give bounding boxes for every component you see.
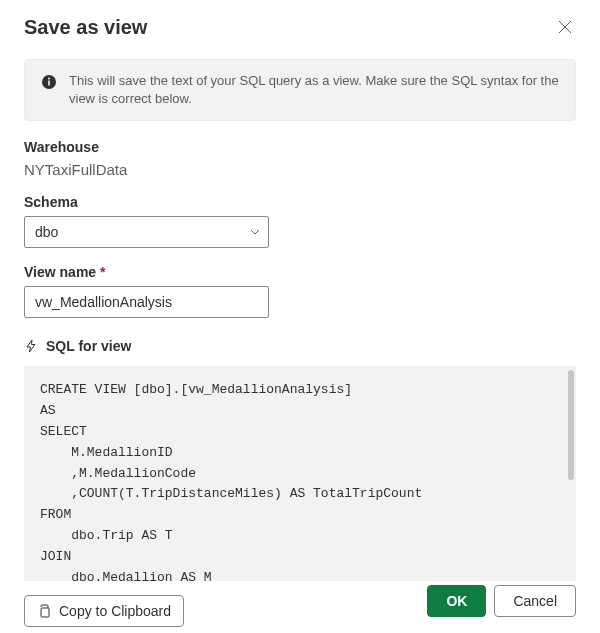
- info-message: This will save the text of your SQL quer…: [69, 72, 559, 108]
- svg-rect-3: [41, 608, 49, 617]
- sql-code-box[interactable]: CREATE VIEW [dbo].[vw_MedallionAnalysis]…: [24, 366, 576, 581]
- copy-to-clipboard-button[interactable]: Copy to Clipboard: [24, 595, 184, 627]
- close-button[interactable]: [554, 16, 576, 41]
- ok-button[interactable]: OK: [427, 585, 486, 617]
- warehouse-label: Warehouse: [24, 139, 576, 155]
- close-icon: [558, 20, 572, 34]
- flash-icon: [24, 339, 38, 353]
- sql-section-header: SQL for view: [24, 338, 576, 354]
- schema-field: Schema: [24, 194, 576, 248]
- copy-button-label: Copy to Clipboard: [59, 603, 171, 619]
- svg-point-2: [48, 78, 50, 80]
- view-name-label: View name *: [24, 264, 576, 280]
- required-indicator: *: [100, 264, 105, 280]
- schema-select[interactable]: [24, 216, 269, 248]
- warehouse-value: NYTaxiFullData: [24, 161, 576, 178]
- svg-rect-1: [48, 81, 50, 86]
- dialog-header: Save as view: [24, 16, 576, 41]
- warehouse-field: Warehouse NYTaxiFullData: [24, 139, 576, 178]
- dialog-footer: OK Cancel: [427, 585, 576, 617]
- dialog-title: Save as view: [24, 16, 147, 39]
- sql-section-label: SQL for view: [46, 338, 131, 354]
- cancel-button[interactable]: Cancel: [494, 585, 576, 617]
- view-name-input[interactable]: [24, 286, 269, 318]
- view-name-label-text: View name: [24, 264, 96, 280]
- view-name-field: View name *: [24, 264, 576, 318]
- scrollbar-thumb[interactable]: [568, 370, 574, 480]
- info-icon: [41, 74, 57, 90]
- info-banner: This will save the text of your SQL quer…: [24, 59, 576, 121]
- schema-label: Schema: [24, 194, 576, 210]
- copy-icon: [37, 604, 51, 618]
- sql-code-content: CREATE VIEW [dbo].[vw_MedallionAnalysis]…: [40, 382, 422, 581]
